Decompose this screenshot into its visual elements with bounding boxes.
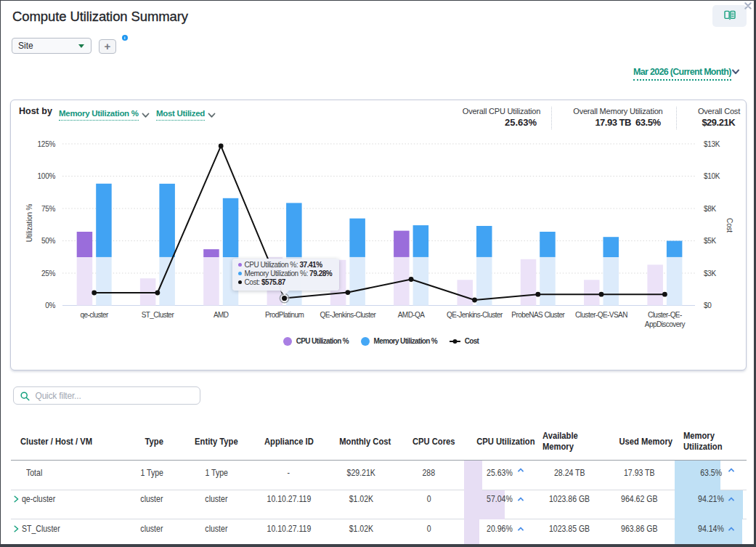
svg-text:ProbeNAS Cluster: ProbeNAS Cluster: [511, 311, 565, 319]
svg-text:Cost: Cost: [725, 218, 733, 232]
svg-text:125%: 125%: [38, 140, 56, 148]
svg-text:50%: 50%: [41, 237, 56, 245]
svg-text:$10K: $10K: [704, 172, 720, 180]
svg-text:QE-Jenkins-Cluster: QE-Jenkins-Cluster: [320, 311, 377, 319]
svg-text:Utilization %: Utilization %: [25, 203, 33, 242]
svg-text:$3K: $3K: [704, 270, 717, 277]
svg-text:ST_Cluster: ST_Cluster: [142, 311, 175, 319]
svg-text:AppDiscovery: AppDiscovery: [645, 320, 686, 328]
svg-text:QE-Jenkins-Cluster: QE-Jenkins-Cluster: [447, 311, 503, 319]
svg-text:AMD-QA: AMD-QA: [398, 311, 426, 319]
svg-text:Cluster-QE-VSAN: Cluster-QE-VSAN: [575, 311, 627, 319]
svg-text:0%: 0%: [45, 301, 55, 309]
svg-text:75%: 75%: [41, 205, 56, 213]
svg-text:$5K: $5K: [704, 237, 717, 245]
svg-text:AMD: AMD: [214, 311, 229, 319]
svg-text:100%: 100%: [38, 172, 56, 180]
svg-text:ProdPlatinum: ProdPlatinum: [265, 311, 304, 319]
svg-text:$0: $0: [704, 301, 712, 309]
svg-text:Cluster-QE-: Cluster-QE-: [648, 311, 682, 319]
svg-text:qe-cluster: qe-cluster: [80, 311, 109, 319]
svg-text:$13K: $13K: [704, 140, 720, 148]
svg-text:25%: 25%: [41, 270, 56, 277]
svg-text:$8K: $8K: [704, 205, 717, 213]
